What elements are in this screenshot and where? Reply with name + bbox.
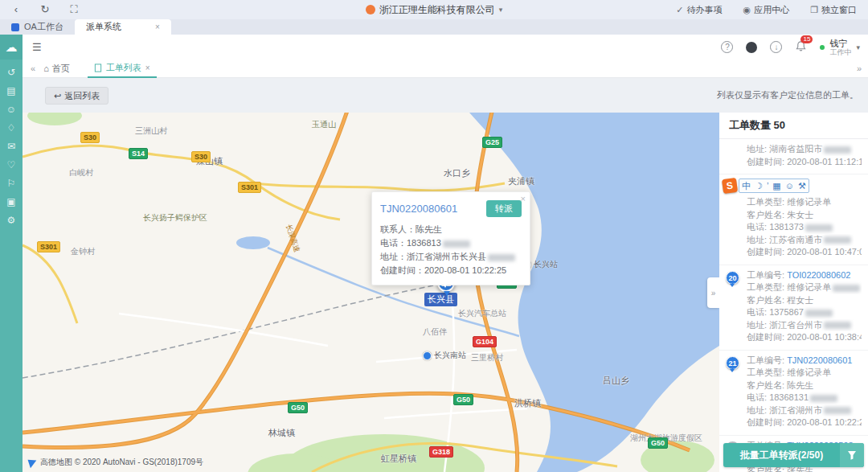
road-shield: G318 [429, 446, 453, 458]
panel-title: 工单数量 50 [719, 113, 868, 139]
menu-item-icon: ❐ [810, 5, 818, 15]
scroll-right-icon[interactable]: » [857, 64, 862, 73]
road-shield: S301 [238, 182, 261, 193]
sidebar-item[interactable]: ⚐ [7, 179, 16, 188]
input-toolbar-icon[interactable]: ▦ [772, 180, 780, 191]
road-shield: G50 [288, 402, 308, 413]
work-order-panel: 工单数量 50 地址: 湖南省益阳市 创建时间: 2020-08-01 [719, 113, 868, 472]
hamburger-icon[interactable]: ☰ [32, 41, 42, 53]
back-to-list-label: 返回列表 [64, 90, 100, 102]
menu-item-label: 独立窗口 [821, 4, 857, 16]
menu-item-label: 待办事项 [687, 4, 723, 16]
breadcrumb-home-label: 首页 [52, 63, 70, 75]
sogou-input-icon[interactable]: S [722, 178, 738, 194]
close-icon[interactable]: × [521, 194, 526, 203]
back-icon[interactable]: ‹ [10, 3, 23, 16]
transfer-button[interactable]: 转派 [486, 200, 522, 217]
order-detail-row: 地址: 浙江省湖州市 [747, 404, 862, 417]
back-to-list-button[interactable]: ↩ 返回列表 [45, 87, 108, 105]
order-pin-badge: 21 [726, 356, 739, 370]
home-icon: ⌂ [43, 64, 49, 73]
notifications-bell-icon[interactable]: 15 [795, 40, 807, 55]
scroll-left-icon[interactable]: « [31, 64, 35, 73]
road-shield: G50 [648, 437, 668, 449]
help-icon[interactable]: ? [721, 41, 733, 53]
filter-funnel-icon[interactable] [840, 443, 864, 467]
popup-detail-row: 创建时间：2020-08-01 10:22:25 [380, 264, 522, 277]
work-order-list-item[interactable]: 21 工单编号: TJN0220080601 工单类型: 维修记录单 [719, 351, 868, 436]
map-place-label: 金钟村 [71, 246, 95, 257]
county-label: 长兴县 [424, 293, 457, 306]
user-menu[interactable]: 钱宁 工作中 ▾ [820, 39, 860, 56]
input-toolbar-icon[interactable]: ☺ [785, 180, 794, 191]
road-shield: S30 [80, 132, 100, 143]
order-detail-row: 创建时间: 2020-08-01 10:22:25 [747, 417, 862, 429]
work-order-popup: × TJN0220080601 转派 联系人：陈先生 电话：1836813 地址… [371, 191, 530, 285]
map-basemap [23, 113, 719, 472]
notification-count-badge: 15 [800, 35, 813, 43]
top-menu-item[interactable]: ❐ 独立窗口 [810, 4, 857, 16]
top-menu-item[interactable]: ✓ 待办事项 [676, 4, 722, 16]
tab-oa-workbench[interactable]: OA工作台 [0, 19, 75, 35]
breadcrumb-current-label: 工单列表 [106, 62, 141, 74]
theme-icon[interactable] [746, 42, 757, 53]
sidebar-item[interactable]: ▤ [6, 86, 15, 96]
map-place-label: 水口乡 [444, 167, 470, 179]
sidebar-item[interactable]: ▣ [6, 197, 15, 207]
map-place-label: 吕山乡 [603, 375, 629, 387]
close-icon[interactable]: × [145, 64, 150, 72]
map-canvas[interactable]: 玉通山三洲山村白岘村煤山镇水口乡夹浦镇金钟村长兴扬子鳄保护区长深高速长兴汽车总站… [23, 113, 719, 472]
map-place-label: 八佰伴 [423, 326, 447, 338]
top-menu-item[interactable]: ◉ 应用中心 [743, 4, 790, 16]
map-place-label: 玉通山 [312, 119, 336, 130]
batch-transfer-label: 批量工单转派(2/50) [723, 449, 840, 462]
oa-icon [11, 23, 19, 31]
order-detail-row: 工单类型: 维修记录单 [747, 196, 862, 209]
map-place-label: 三洲山村 [135, 125, 167, 137]
order-detail-row: 工单类型: 维修记录单 [747, 281, 862, 294]
company-name[interactable]: 浙江正理生能科技有限公司 [379, 3, 495, 17]
breadcrumb-tab-order-list[interactable]: 工单列表 × [88, 60, 157, 78]
tab-dispatch-system[interactable]: 派单系统 × [75, 19, 171, 35]
popup-order-number: TJN0220080601 [380, 203, 457, 215]
input-toolbar-icon[interactable]: ’ [767, 180, 768, 191]
order-detail-row: 地址: 湖南省益阳市 [747, 143, 862, 156]
company-logo-icon [366, 5, 375, 14]
sidebar-item[interactable]: ⚙ [7, 215, 16, 225]
input-toolbar-icon[interactable]: 中 [742, 180, 751, 191]
breadcrumb-home[interactable]: ⌂ 首页 [43, 63, 70, 75]
fullscreen-icon[interactable]: ⛶ [68, 3, 80, 16]
close-icon[interactable]: × [155, 23, 160, 31]
work-order-list: 地址: 湖南省益阳市 创建时间: 2020-08-01 11:12:18 [719, 139, 868, 472]
input-toolbar-icon[interactable]: ☽ [755, 180, 763, 191]
chevron-down-icon: ▾ [499, 6, 503, 14]
order-detail-row: 地址: 浙江省台州市 [747, 319, 862, 332]
sidebar-item[interactable]: ↺ [7, 68, 15, 77]
road-shield: S14 [129, 148, 148, 159]
input-toolbar-icon[interactable]: ⚒ [798, 180, 806, 191]
train-station: 长兴南站 [423, 350, 466, 361]
app-header: ☰ ? ↓ 15 钱宁 工作中 ▾ [23, 35, 868, 60]
road-shield: G50 [453, 394, 473, 405]
batch-transfer-button[interactable]: 批量工单转派(2/50) [723, 443, 864, 467]
map-place-label: 长兴扬子鳄保护区 [143, 212, 207, 224]
panel-collapse-handle[interactable]: » [707, 277, 719, 308]
sidebar-item[interactable]: ♡ [7, 160, 16, 170]
sidebar-item[interactable]: ✉ [7, 142, 15, 151]
sidebar-item[interactable]: ♢ [7, 123, 16, 133]
download-icon[interactable]: ↓ [770, 41, 782, 53]
order-detail-row: 工单类型: 维修记录单 [747, 367, 862, 380]
refresh-icon[interactable]: ↻ [39, 3, 51, 16]
sogou-input-toolbar: S 中☽’▦☺⚒ [723, 179, 809, 193]
work-order-list-item[interactable]: 地址: 湖南省益阳市 创建时间: 2020-08-01 11:12:18 [719, 139, 868, 174]
road-shield: S301 [37, 241, 60, 252]
app-logo-icon[interactable]: ☁ [0, 35, 23, 60]
tab-label: OA工作台 [24, 21, 63, 33]
sidebar-item[interactable]: ☺ [6, 105, 16, 114]
online-status-dot [820, 45, 825, 50]
autonavi-logo-icon [28, 457, 39, 468]
work-order-list-item[interactable]: 20 工单编号: TOI0220080602 工单类型: 维修记录单 [719, 265, 868, 351]
map-place-label: 白岘村 [69, 167, 93, 179]
tab-bar: OA工作台 派单系统 × [0, 19, 868, 35]
user-name: 钱宁 [829, 39, 851, 48]
